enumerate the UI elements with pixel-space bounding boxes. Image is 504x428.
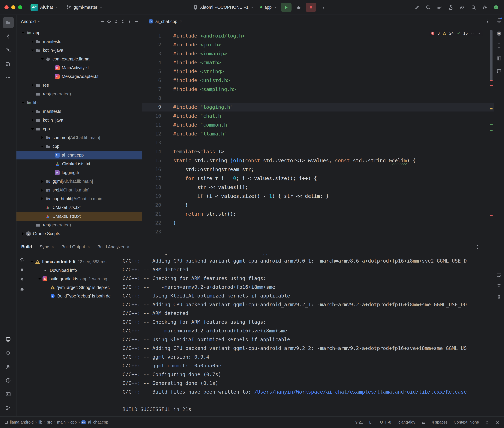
chevron-down-icon[interactable] (20, 100, 26, 106)
tree-item-cpp-httplib[interactable]: cpp-httplib [AiChat.lib.main] (17, 194, 142, 203)
tool-version-control-button[interactable] (3, 402, 14, 413)
code-line-14[interactable]: 14template<class T> (142, 147, 494, 156)
scrollbar-thumb[interactable] (490, 30, 493, 81)
indent-size[interactable]: 4 spaces (432, 420, 448, 425)
tree-item-messageadapter-kt[interactable]: KMessageAdapter.kt (17, 72, 142, 81)
scroll-to-end-icon[interactable] (496, 283, 502, 288)
chevron-right-icon[interactable] (29, 39, 36, 45)
clang-tidy-widget[interactable]: .clang-tidy (397, 420, 415, 425)
close-tab-icon[interactable]: × (51, 245, 54, 249)
chevron-right-icon[interactable] (39, 187, 45, 193)
device-manager-icon[interactable] (496, 43, 502, 48)
tool-device-explorer-button[interactable] (3, 347, 14, 358)
run-more-button[interactable] (318, 3, 329, 12)
tree-item-kotlin-java[interactable]: kotlin+java (17, 116, 142, 124)
code-line-16[interactable]: 16 std::ostringstream str; (142, 165, 494, 174)
tree-item-gradle-scripts[interactable]: GGradle Scripts (17, 229, 142, 238)
code-line-20[interactable]: 20 } (142, 201, 494, 209)
task-list-icon[interactable] (437, 5, 442, 10)
resource-context[interactable]: Context: None (454, 420, 479, 425)
tree-item-src[interactable]: src [AiChat.lib.main] (17, 186, 142, 194)
code-line-13[interactable]: 13 (142, 138, 494, 147)
tree-item-common[interactable]: common [AiChat.lib.main] (17, 133, 142, 142)
stop-build-icon[interactable] (19, 267, 24, 272)
link-icon[interactable] (459, 5, 465, 10)
code-editor[interactable]: 1#include <android/log.h>2#include <jni.… (142, 28, 494, 240)
chevron-down-icon[interactable] (39, 56, 45, 62)
rerun-build-icon[interactable] (19, 257, 24, 262)
warning-stripe-mark[interactable] (490, 108, 493, 109)
chevron-down-icon[interactable] (29, 259, 35, 265)
layout-inspector-icon[interactable] (496, 56, 502, 61)
ai-search-icon[interactable] (426, 5, 431, 10)
breadcrumb-item-llama-android[interactable]: llama.android (10, 420, 34, 425)
build-tree-item-buildtype-debug-is-both-de[interactable]: BuildType 'debug' is both de (27, 292, 120, 300)
code-line-15[interactable]: 15static std::string join(const std::vec… (142, 156, 494, 165)
tool-problems-button[interactable] (3, 375, 14, 386)
hide-panel-icon[interactable] (134, 19, 139, 24)
gradle-icon[interactable]: G (497, 32, 501, 36)
build-tree-item-jvmtarget-string-is-deprec[interactable]: 'jvmTarget: String' is deprec (27, 283, 120, 292)
stop-button[interactable] (306, 3, 316, 12)
tree-item-cpp[interactable]: cpp (17, 142, 142, 151)
chevron-down-icon[interactable] (37, 276, 43, 282)
chevron-down-icon[interactable] (39, 143, 45, 149)
project-widget[interactable]: AC AiChat (28, 2, 60, 13)
chevron-right-icon[interactable] (29, 82, 36, 88)
tree-item-cmakelists-txt[interactable]: CMakeLists.txt (17, 212, 142, 221)
collapse-all-icon[interactable] (120, 19, 125, 24)
tree-item-manifests[interactable]: manifests (17, 107, 142, 116)
editor-tab-ai-chat-cpp[interactable]: C+ ai_chat.cpp × (146, 15, 185, 28)
build-options-kebab-icon[interactable] (475, 244, 480, 249)
tree-item-ai-chat-cpp[interactable]: C+ai_chat.cpp (17, 151, 142, 159)
close-tab-icon[interactable]: × (180, 19, 182, 24)
inspections-widget[interactable]: 3 24 15 (429, 30, 483, 36)
tree-item-com-example-llama[interactable]: com.example.llama (17, 55, 142, 63)
chevron-right-icon[interactable] (39, 196, 45, 202)
breadcrumb-item-ai-chat-cpp[interactable]: ai_chat.cpp (88, 420, 108, 425)
build-output-link[interactable]: /Users/hanyin/Workspace/ai-chat/examples… (254, 389, 467, 395)
app-insights-icon[interactable] (496, 68, 502, 74)
code-line-9[interactable]: 9#include "logging.h" (142, 103, 494, 112)
ai-prompt-icon[interactable] (414, 5, 420, 10)
breadcrumb-item-main[interactable]: main (57, 420, 66, 425)
code-line-4[interactable]: 4#include <cmath> (142, 58, 494, 67)
build-tree-item-build-gradle-kts[interactable]: Kbuild.gradle.ktsapp 1 warning (27, 275, 120, 283)
error-stripe-mark[interactable] (490, 80, 493, 81)
build-tree-item-download-info[interactable]: Download info (27, 266, 120, 275)
code-line-23[interactable]: 23 (142, 227, 494, 236)
chevron-down-icon[interactable] (20, 30, 26, 36)
chevron-right-icon[interactable] (29, 117, 36, 123)
previous-problem-icon[interactable] (470, 31, 475, 35)
tool-more-button[interactable] (3, 72, 14, 83)
run-configuration-selector[interactable]: app (258, 3, 279, 11)
tool-terminal-button[interactable] (3, 389, 14, 400)
notifications-button[interactable] (496, 18, 502, 24)
tree-item-logging-h[interactable]: Hlogging.h (17, 168, 142, 177)
code-line-22[interactable]: 22} (142, 218, 494, 227)
tool-project-button[interactable] (3, 17, 14, 28)
error-stripe-mark[interactable] (490, 85, 493, 86)
code-line-17[interactable]: 17 for (size_t i = 0; i < values.size();… (142, 174, 494, 183)
build-tree-item-llama-android-fi[interactable]: llama.android: fi22 sec, 583 ms (27, 257, 120, 266)
change-stripe-mark[interactable] (490, 130, 493, 131)
clear-all-icon[interactable] (496, 294, 502, 300)
view-options-icon[interactable] (19, 287, 24, 292)
tree-item-res[interactable]: res (generated) (17, 221, 142, 229)
tree-item-ggml[interactable]: ggml [AiChat.lib.main] (17, 177, 142, 186)
settings-icon[interactable] (482, 5, 487, 10)
pin-icon[interactable] (19, 277, 24, 282)
build-panel-title[interactable]: Build (21, 244, 32, 249)
tool-structure-button[interactable] (3, 45, 14, 56)
code-line-3[interactable]: 3#include <iomanip> (142, 49, 494, 58)
run-button[interactable] (281, 3, 291, 12)
tab-options-kebab-icon[interactable] (485, 19, 490, 24)
hide-build-panel-icon[interactable] (484, 244, 489, 249)
code-line-18[interactable]: 18 str << values[i]; (142, 183, 494, 192)
experiments-icon[interactable] (448, 5, 453, 10)
code-line-12[interactable]: 12#include "llama.h" (142, 129, 494, 138)
code-line-8[interactable]: 8 (142, 94, 494, 103)
code-line-11[interactable]: 11#include "common.h" (142, 120, 494, 129)
tool-commit-button[interactable] (3, 31, 14, 42)
tree-item-manifests[interactable]: manifests (17, 37, 142, 46)
